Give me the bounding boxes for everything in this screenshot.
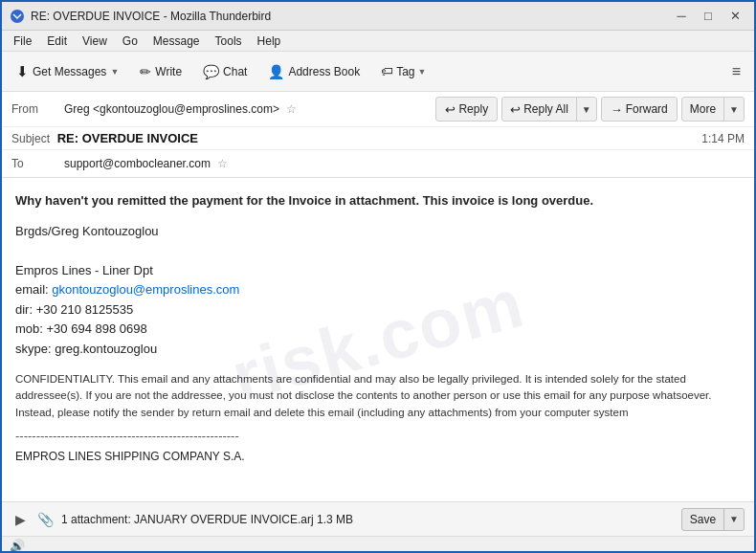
expand-button[interactable]: ▶ bbox=[11, 510, 30, 529]
write-label: Write bbox=[155, 65, 182, 78]
email-time: 1:14 PM bbox=[701, 132, 745, 145]
skype-line: skype: greg.kontouzoglou bbox=[15, 340, 741, 359]
greeting: Brgds/Greg Kontouzoglou bbox=[15, 222, 741, 241]
company-line: Empros Lines - Liner Dpt bbox=[15, 261, 741, 280]
reply-all-label: Reply All bbox=[523, 102, 568, 116]
menu-go[interactable]: Go bbox=[115, 33, 145, 50]
close-button[interactable]: ✕ bbox=[723, 7, 746, 26]
write-icon: ✏ bbox=[140, 64, 151, 79]
hamburger-menu-button[interactable]: ≡ bbox=[724, 59, 748, 84]
menu-message[interactable]: Message bbox=[145, 33, 208, 50]
email-line: email: gkontouzoglou@emproslines.com bbox=[15, 280, 741, 299]
save-button[interactable]: Save bbox=[682, 509, 723, 530]
reply-button[interactable]: ↩ Reply bbox=[435, 97, 498, 122]
reply-all-icon: ↩ bbox=[510, 102, 521, 117]
get-messages-button[interactable]: ⬇ Get Messages ▼ bbox=[8, 57, 127, 86]
svg-point-0 bbox=[11, 10, 24, 23]
from-row: From Greg <gkontouzoglou@emproslines.com… bbox=[2, 92, 754, 127]
maximize-button[interactable]: □ bbox=[697, 7, 720, 26]
main-content: From Greg <gkontouzoglou@emproslines.com… bbox=[2, 92, 754, 553]
menu-tools[interactable]: Tools bbox=[208, 33, 250, 50]
to-row: To support@combocleaner.com ☆ bbox=[2, 150, 754, 177]
menu-bar: File Edit View Go Message Tools Help bbox=[2, 31, 754, 52]
forward-button[interactable]: → Forward bbox=[601, 97, 678, 122]
header-action-buttons: ↩ Reply ↩ Reply All ▼ → Forward More bbox=[435, 97, 745, 122]
window-title: RE: OVERDUE INVOICE - Mozilla Thunderbir… bbox=[31, 10, 271, 23]
get-messages-label: Get Messages bbox=[33, 65, 106, 78]
menu-help[interactable]: Help bbox=[250, 33, 289, 50]
save-button-group: Save ▼ bbox=[681, 508, 745, 531]
more-button[interactable]: More bbox=[682, 98, 723, 121]
confidentiality-text: CONFIDENTIALITY. This email and any atta… bbox=[15, 371, 741, 421]
email-body-content: Why haven't you remitted the payment for… bbox=[15, 191, 741, 465]
signature-block: Brgds/Greg Kontouzoglou Empros Lines - L… bbox=[15, 222, 741, 359]
subject-label: Subject bbox=[11, 132, 50, 145]
status-bar: 🔊 bbox=[2, 536, 754, 553]
email-header: From Greg <gkontouzoglou@emproslines.com… bbox=[2, 92, 754, 178]
app-icon bbox=[10, 9, 25, 24]
from-text: Greg <gkontouzoglou@emproslines.com> bbox=[64, 102, 279, 116]
tag-button[interactable]: 🏷 Tag ▼ bbox=[372, 57, 434, 86]
forward-label: Forward bbox=[626, 102, 668, 116]
from-label: From bbox=[11, 102, 64, 116]
email-body: risk.com Why haven't you remitted the pa… bbox=[2, 178, 754, 501]
dir-line: dir: +30 210 8125535 bbox=[15, 300, 741, 320]
tag-icon: 🏷 bbox=[381, 64, 393, 78]
dashes: ----------------------------------------… bbox=[15, 427, 741, 446]
forward-icon: → bbox=[611, 102, 623, 117]
to-text: support@combocleaner.com bbox=[64, 157, 211, 170]
status-icon: 🔊 bbox=[10, 539, 25, 553]
minimize-button[interactable]: ─ bbox=[670, 7, 693, 26]
reply-all-button[interactable]: ↩ Reply All bbox=[502, 98, 576, 121]
subject-value: RE: OVERDUE INVOICE bbox=[57, 131, 198, 145]
more-dropdown-button[interactable]: ▼ bbox=[723, 98, 744, 121]
attachment-size: 1.3 MB bbox=[317, 513, 353, 526]
body-first-line: Why haven't you remitted the payment for… bbox=[15, 191, 741, 210]
more-split-button: More ▼ bbox=[681, 97, 745, 122]
reply-label: Reply bbox=[458, 102, 488, 116]
address-book-icon: 👤 bbox=[268, 64, 284, 79]
tag-arrow-icon: ▼ bbox=[418, 67, 427, 77]
menu-edit[interactable]: Edit bbox=[39, 33, 75, 50]
email-label: email: bbox=[15, 282, 52, 297]
more-label: More bbox=[690, 102, 716, 116]
get-messages-arrow-icon: ▼ bbox=[110, 67, 119, 77]
chat-icon: 💬 bbox=[203, 64, 219, 79]
attachment-text: 1 attachment: JANUARY OVERDUE INVOICE.ar… bbox=[61, 513, 353, 526]
attachment-bar: ▶ 📎 1 attachment: JANUARY OVERDUE INVOIC… bbox=[2, 501, 754, 536]
window-controls: ─ □ ✕ bbox=[670, 7, 746, 26]
menu-file[interactable]: File bbox=[6, 33, 39, 50]
to-value: support@combocleaner.com ☆ bbox=[64, 157, 745, 170]
address-book-label: Address Book bbox=[288, 65, 360, 78]
address-book-button[interactable]: 👤 Address Book bbox=[259, 57, 368, 86]
reply-all-split-button: ↩ Reply All ▼ bbox=[501, 97, 597, 122]
company-name-footer: EMPROS LINES SHIPPING COMPANY S.A. bbox=[15, 448, 741, 465]
reply-all-dropdown-button[interactable]: ▼ bbox=[576, 98, 596, 121]
get-messages-icon: ⬇ bbox=[16, 63, 29, 80]
to-label: To bbox=[11, 157, 64, 170]
attachment-icon: 📎 bbox=[37, 512, 54, 527]
chat-button[interactable]: 💬 Chat bbox=[194, 57, 256, 86]
to-star-icon[interactable]: ☆ bbox=[217, 157, 228, 170]
subject-row: Subject RE: OVERDUE INVOICE 1:14 PM bbox=[2, 127, 754, 150]
save-dropdown-button[interactable]: ▼ bbox=[723, 509, 744, 530]
reply-icon: ↩ bbox=[445, 102, 456, 117]
attachment-count: 1 attachment: bbox=[61, 513, 131, 526]
toolbar: ⬇ Get Messages ▼ ✏ Write 💬 Chat 👤 Addres… bbox=[2, 52, 754, 92]
attachment-info: ▶ 📎 1 attachment: JANUARY OVERDUE INVOIC… bbox=[11, 510, 353, 529]
email-link[interactable]: gkontouzoglou@emproslines.com bbox=[52, 282, 239, 297]
star-icon[interactable]: ☆ bbox=[286, 102, 297, 116]
tag-label: Tag bbox=[396, 65, 414, 78]
menu-view[interactable]: View bbox=[75, 33, 115, 50]
write-button[interactable]: ✏ Write bbox=[131, 57, 190, 86]
attachment-filename: JANUARY OVERDUE INVOICE.arj bbox=[134, 513, 314, 526]
chat-label: Chat bbox=[223, 65, 247, 78]
title-bar: RE: OVERDUE INVOICE - Mozilla Thunderbir… bbox=[2, 2, 754, 31]
from-value: Greg <gkontouzoglou@emproslines.com> ☆ bbox=[64, 102, 435, 116]
mob-line: mob: +30 694 898 0698 bbox=[15, 320, 741, 339]
